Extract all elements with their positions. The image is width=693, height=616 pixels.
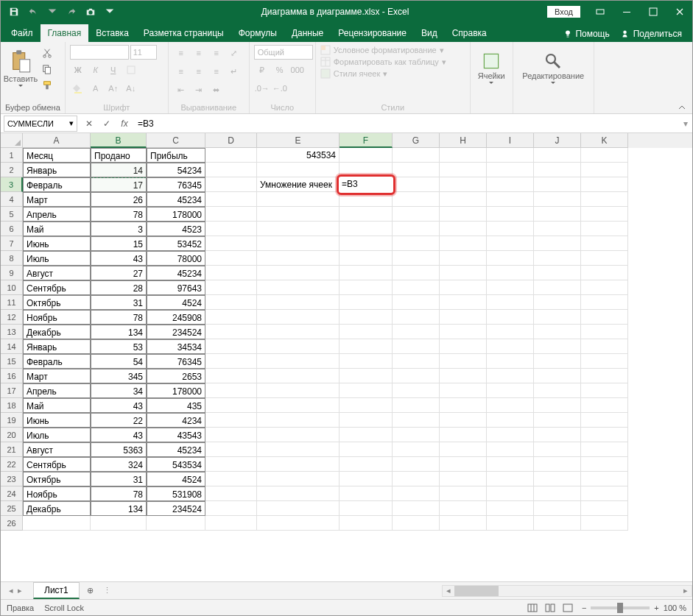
select-all-corner[interactable] <box>1 133 23 148</box>
editing-cell[interactable]: =B3 <box>337 174 395 195</box>
font-size-select[interactable]: 11 <box>130 45 157 60</box>
tab-разметка страницы[interactable]: Разметка страницы <box>136 24 231 42</box>
cell[interactable]: 43 <box>91 398 147 413</box>
cell[interactable] <box>205 266 257 280</box>
cell[interactable] <box>257 516 340 531</box>
cell[interactable] <box>487 310 534 325</box>
cell[interactable] <box>91 516 147 531</box>
cell[interactable] <box>487 236 534 251</box>
fx-icon[interactable]: fx <box>116 116 133 132</box>
cell[interactable] <box>487 192 534 207</box>
cell[interactable] <box>534 163 581 177</box>
row-header[interactable]: 15 <box>1 354 23 369</box>
cell[interactable] <box>440 280 487 295</box>
cell[interactable]: 43543 <box>147 428 205 442</box>
bold-icon[interactable]: Ж <box>70 63 86 77</box>
cell[interactable] <box>581 207 628 222</box>
cell[interactable] <box>340 295 393 310</box>
row-header[interactable]: 6 <box>1 222 23 236</box>
row-header[interactable]: 13 <box>1 325 23 339</box>
cell[interactable] <box>393 354 440 369</box>
tab-вставка[interactable]: Вставка <box>88 24 136 42</box>
tab-файл[interactable]: Файл <box>4 24 41 42</box>
cell[interactable] <box>487 207 534 222</box>
row-header[interactable]: 4 <box>1 192 23 207</box>
cell[interactable] <box>205 148 257 163</box>
cell[interactable] <box>440 442 487 457</box>
enter-icon[interactable]: ✓ <box>98 116 116 132</box>
cell[interactable] <box>340 354 393 369</box>
cell[interactable] <box>440 177 487 192</box>
row-header[interactable]: 23 <box>1 472 23 486</box>
cell[interactable] <box>581 177 628 192</box>
cell[interactable] <box>393 251 440 266</box>
cell[interactable]: 53452 <box>147 236 205 251</box>
cell[interactable] <box>440 428 487 442</box>
cell[interactable] <box>440 310 487 325</box>
cell[interactable] <box>440 192 487 207</box>
cell[interactable] <box>487 442 534 457</box>
cell[interactable] <box>340 339 393 354</box>
zoom-slider[interactable]: − + 100 % <box>582 603 686 612</box>
cell[interactable] <box>440 163 487 177</box>
cell[interactable] <box>257 325 340 339</box>
cell[interactable] <box>205 236 257 251</box>
merge-icon[interactable]: ⬌ <box>208 82 225 97</box>
cell[interactable] <box>257 457 340 472</box>
cell[interactable] <box>534 266 581 280</box>
cell[interactable]: 15 <box>91 236 147 251</box>
align-center-icon[interactable]: ≡ <box>191 64 207 79</box>
cell[interactable]: Июнь <box>23 413 91 428</box>
cell[interactable] <box>205 310 257 325</box>
cell[interactable] <box>487 369 534 383</box>
row-header[interactable]: 24 <box>1 486 23 501</box>
cell[interactable] <box>581 295 628 310</box>
cell[interactable]: Июль <box>23 251 91 266</box>
row-header[interactable]: 21 <box>1 442 23 457</box>
decrease-decimal-icon[interactable]: ←.0 <box>272 81 288 96</box>
cell[interactable]: Ноябрь <box>23 486 91 501</box>
cell[interactable]: 234524 <box>147 501 205 516</box>
close-icon[interactable] <box>667 3 692 21</box>
cell[interactable] <box>257 383 340 398</box>
row-header[interactable]: 12 <box>1 310 23 325</box>
cell[interactable] <box>581 369 628 383</box>
cell[interactable] <box>205 222 257 236</box>
copy-icon[interactable] <box>39 62 55 77</box>
cell[interactable]: Декабрь <box>23 325 91 339</box>
cell[interactable] <box>340 236 393 251</box>
format-painter-icon[interactable] <box>39 78 55 93</box>
save-icon[interactable] <box>5 3 23 21</box>
cell[interactable] <box>581 501 628 516</box>
cell[interactable] <box>534 369 581 383</box>
cell[interactable]: Январь <box>23 339 91 354</box>
cell[interactable] <box>440 251 487 266</box>
cell[interactable]: 43 <box>91 428 147 442</box>
cell[interactable] <box>581 236 628 251</box>
column-header[interactable]: E <box>257 133 340 148</box>
cell[interactable]: 178000 <box>147 383 205 398</box>
align-bottom-icon[interactable]: ≡ <box>208 46 225 60</box>
cell[interactable]: Июль <box>23 428 91 442</box>
cell[interactable]: Умножение ячеек <box>257 177 340 192</box>
tab-справка[interactable]: Справка <box>445 24 494 42</box>
name-box[interactable]: ▾ <box>4 116 77 132</box>
ribbon-display-icon[interactable] <box>588 3 613 21</box>
cell[interactable] <box>487 457 534 472</box>
zoom-level[interactable]: 100 % <box>664 603 686 612</box>
cell[interactable] <box>534 413 581 428</box>
cell[interactable]: Декабрь <box>23 501 91 516</box>
cell[interactable] <box>581 222 628 236</box>
currency-icon[interactable]: ₽ <box>254 63 270 77</box>
cell[interactable]: Август <box>23 266 91 280</box>
cell[interactable] <box>340 413 393 428</box>
column-header[interactable]: A <box>23 133 91 148</box>
row-header[interactable]: 14 <box>1 339 23 354</box>
cell[interactable]: Апрель <box>23 207 91 222</box>
cell[interactable]: 17 <box>91 177 147 192</box>
cell[interactable] <box>340 310 393 325</box>
cell[interactable] <box>440 148 487 163</box>
cell[interactable]: 4524 <box>147 472 205 486</box>
italic-icon[interactable]: К <box>88 63 104 77</box>
cell[interactable]: 43 <box>91 251 147 266</box>
